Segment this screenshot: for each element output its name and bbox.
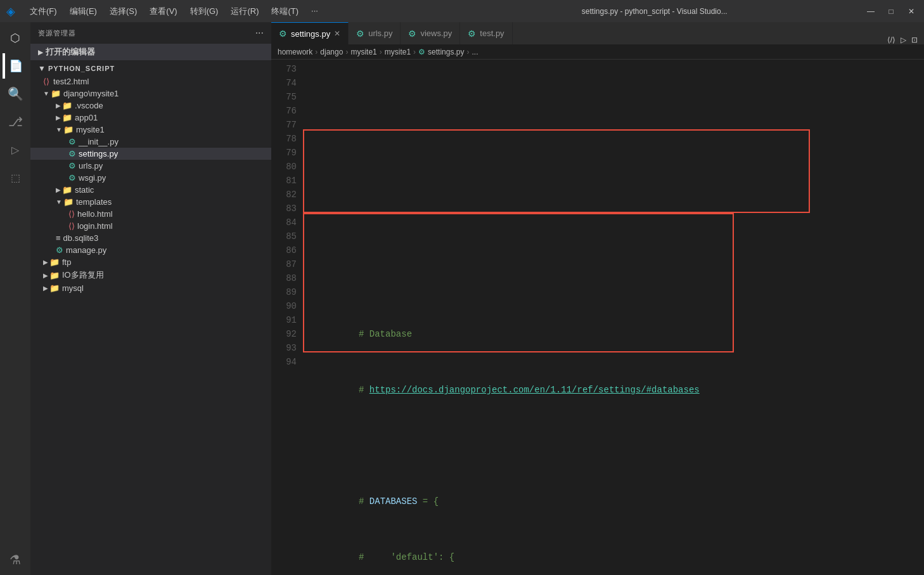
py-icon-manage: ⚙ bbox=[56, 245, 63, 255]
html-icon-login: ⟨⟩ bbox=[68, 221, 75, 231]
editor-icon-split[interactable]: ⊡ bbox=[911, 36, 918, 44]
folder-static-icon: 📁 bbox=[62, 185, 72, 195]
activity-icon-git[interactable]: ⎇ bbox=[3, 109, 28, 134]
file-hello-html[interactable]: ⟨⟩ hello.html bbox=[30, 208, 271, 220]
py-icon-urls: ⚙ bbox=[68, 161, 76, 171]
tab-label-views: views.py bbox=[420, 29, 452, 38]
html-icon: ⟨⟩ bbox=[43, 77, 49, 86]
folder-icon: 📁 bbox=[51, 89, 61, 98]
menu-bar: 文件(F) 编辑(E) 选择(S) 查看(V) 转到(G) 运行(R) 终端(T… bbox=[25, 4, 445, 18]
breadcrumb-mysite1-2: mysite1 bbox=[385, 48, 411, 56]
code-comment-database: # Database bbox=[359, 329, 412, 339]
py-icon-wsgi: ⚙ bbox=[68, 173, 76, 183]
menu-more[interactable]: ··· bbox=[306, 4, 323, 18]
folder-mysql[interactable]: ▶ 📁 mysql bbox=[30, 282, 271, 294]
code-content[interactable]: # Database # https://docs.djangoproject.… bbox=[303, 60, 924, 575]
activity-icon-extensions[interactable]: ⬚ bbox=[3, 165, 28, 190]
close-button[interactable]: ✕ bbox=[905, 7, 918, 16]
project-arrow: ▼ bbox=[38, 64, 46, 73]
breadcrumb: homework › django › mysite1 › mysite1 › … bbox=[271, 44, 924, 60]
activity-icon-search[interactable]: 🔍 bbox=[3, 81, 28, 107]
breadcrumb-ellipsis: ... bbox=[472, 48, 478, 56]
file-init-py[interactable]: ⚙ __init__.py bbox=[30, 136, 271, 148]
section-project[interactable]: ▼ PYTHON_SCRIPT bbox=[30, 61, 271, 75]
folder-ftp[interactable]: ▶ 📁 ftp bbox=[30, 256, 271, 268]
folder-vscode[interactable]: ▶ 📁 .vscode bbox=[30, 100, 271, 112]
menu-view[interactable]: 查看(V) bbox=[144, 4, 182, 18]
folder-app01-icon: 📁 bbox=[62, 113, 72, 122]
folder-templates-icon: 📁 bbox=[63, 197, 74, 207]
file-db-sqlite3[interactable]: ≡ db.sqlite3 bbox=[30, 232, 271, 244]
folder-static-arrow: ▶ bbox=[56, 186, 61, 193]
activity-bar: ⬡ 📄 🔍 ⎇ ▷ ⬚ ⚗ bbox=[0, 22, 30, 575]
folder-mysql-arrow: ▶ bbox=[43, 285, 48, 292]
open-editors-label: 打开的编辑器 bbox=[46, 46, 95, 58]
breadcrumb-sep5: › bbox=[466, 48, 469, 56]
sidebar-more-button[interactable]: ··· bbox=[255, 27, 264, 39]
tab-settings-py[interactable]: ⚙ settings.py ✕ bbox=[271, 22, 349, 44]
db-icon: ≡ bbox=[56, 233, 61, 243]
code-line-79: # 'default': { bbox=[303, 536, 924, 550]
folder-mysql-icon: 📁 bbox=[49, 283, 60, 293]
tab-py-icon-views: ⚙ bbox=[408, 29, 416, 39]
activity-icon-run[interactable]: ▷ bbox=[3, 137, 28, 162]
project-label: PYTHON_SCRIPT bbox=[48, 65, 115, 72]
tab-py-icon-test: ⚙ bbox=[468, 29, 476, 39]
menu-terminal[interactable]: 终端(T) bbox=[266, 4, 304, 18]
file-test2html[interactable]: ⟨⟩ test2.html bbox=[30, 75, 271, 87]
folder-mysite1-icon: 📁 bbox=[63, 125, 74, 134]
menu-select[interactable]: 选择(S) bbox=[105, 4, 142, 18]
menu-goto[interactable]: 转到(G) bbox=[185, 4, 224, 18]
tab-py-icon-settings: ⚙ bbox=[279, 29, 287, 39]
section-open-editors[interactable]: ▶ 打开的编辑器 bbox=[30, 44, 271, 60]
folder-io-arrow: ▶ bbox=[43, 272, 48, 279]
menu-run[interactable]: 运行(R) bbox=[226, 4, 264, 18]
tab-views-py[interactable]: ⚙ views.py bbox=[401, 22, 460, 44]
activity-icon-flask[interactable]: ⚗ bbox=[3, 547, 28, 572]
folder-app01[interactable]: ▶ 📁 app01 bbox=[30, 112, 271, 124]
tab-test-py[interactable]: ⚙ test.py bbox=[460, 22, 512, 44]
py-icon: ⚙ bbox=[68, 137, 76, 146]
folder-vscode-arrow: ▶ bbox=[56, 102, 61, 109]
file-manage-py[interactable]: ⚙ manage.py bbox=[30, 244, 271, 256]
folder-static[interactable]: ▶ 📁 static bbox=[30, 184, 271, 196]
folder-io[interactable]: ▶ 📁 IO多路复用 bbox=[30, 268, 271, 282]
folder-io-icon: 📁 bbox=[49, 271, 60, 280]
file-login-html[interactable]: ⟨⟩ login.html bbox=[30, 220, 271, 232]
tab-close-settings[interactable]: ✕ bbox=[334, 29, 340, 38]
folder-mysite1-arrow: ▼ bbox=[56, 126, 62, 133]
file-settings-py[interactable]: ⚙ settings.py bbox=[30, 148, 271, 160]
menu-file[interactable]: 文件(F) bbox=[25, 4, 62, 18]
folder-mysite1[interactable]: ▼ 📁 mysite1 bbox=[30, 124, 271, 136]
app-logo: ◈ bbox=[6, 4, 15, 18]
open-editors-arrow: ▶ bbox=[38, 49, 43, 56]
code-line-73 bbox=[303, 202, 924, 216]
highlight-commented-region bbox=[303, 129, 810, 213]
file-urls-py[interactable]: ⚙ urls.py bbox=[30, 160, 271, 172]
editor-icon-run[interactable]: ▷ bbox=[901, 36, 906, 44]
line-numbers: 73 74 75 76 77 78 79 80 81 82 83 84 85 8… bbox=[271, 60, 303, 575]
folder-django-mysite1[interactable]: ▼ 📁 django\mysite1 bbox=[30, 87, 271, 100]
code-url: https://docs.djangoproject.com/en/1.11/r… bbox=[369, 385, 700, 395]
activity-icon-explorer[interactable]: 📄 bbox=[3, 53, 28, 79]
main-container: ⬡ 📄 🔍 ⎇ ▷ ⬚ ⚗ 资源管理器 ··· ▶ 打开的编辑器 ▼ PYTHO… bbox=[0, 22, 924, 575]
tab-urls-py[interactable]: ⚙ urls.py bbox=[349, 22, 401, 44]
code-line-77 bbox=[303, 425, 924, 439]
menu-edit[interactable]: 编辑(E) bbox=[65, 4, 102, 18]
sidebar: 资源管理器 ··· ▶ 打开的编辑器 ▼ PYTHON_SCRIPT ⟨⟩ te… bbox=[30, 22, 271, 575]
breadcrumb-sep3: › bbox=[380, 48, 382, 56]
py-icon-settings: ⚙ bbox=[68, 149, 76, 158]
code-editor[interactable]: 73 74 75 76 77 78 79 80 81 82 83 84 85 8… bbox=[271, 60, 924, 575]
breadcrumb-sep1: › bbox=[315, 48, 318, 56]
activity-icon-db[interactable]: ⬡ bbox=[3, 25, 28, 51]
file-wsgi-py[interactable]: ⚙ wsgi.py bbox=[30, 172, 271, 184]
maximize-button[interactable]: □ bbox=[885, 7, 897, 16]
editor-icon-code[interactable]: ⟨/⟩ bbox=[887, 36, 895, 44]
breadcrumb-django: django bbox=[320, 48, 343, 56]
folder-templates[interactable]: ▼ 📁 templates bbox=[30, 196, 271, 208]
code-line-78: # DATABASES = { bbox=[303, 481, 924, 494]
code-comment-hash: # bbox=[359, 385, 369, 395]
minimize-button[interactable]: — bbox=[864, 7, 877, 16]
editor-area: ⚙ settings.py ✕ ⚙ urls.py ⚙ views.py ⚙ t… bbox=[271, 22, 924, 575]
folder-templates-arrow: ▼ bbox=[56, 198, 62, 205]
